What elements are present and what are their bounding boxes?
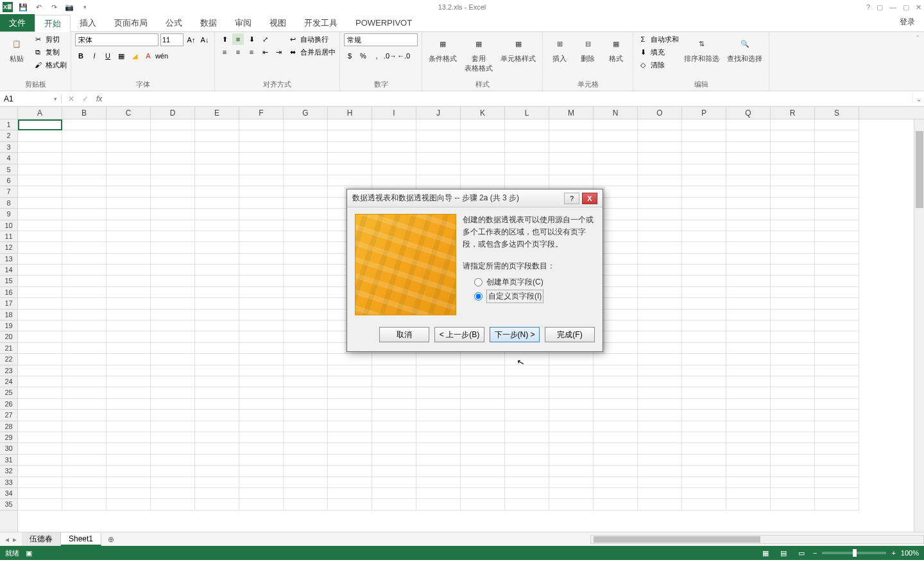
cell[interactable] <box>62 331 107 342</box>
cell[interactable] <box>151 175 195 186</box>
cell[interactable] <box>594 365 638 376</box>
view-normal-icon[interactable]: ▦ <box>759 548 772 558</box>
cell[interactable] <box>726 421 771 432</box>
zoom-level[interactable]: 100% <box>901 549 919 557</box>
cell[interactable] <box>771 421 815 432</box>
cell[interactable] <box>682 499 726 510</box>
cell[interactable] <box>284 265 328 276</box>
cell[interactable] <box>107 220 151 231</box>
cell[interactable] <box>107 343 151 354</box>
row-header[interactable]: 18 <box>0 310 17 320</box>
cell[interactable] <box>62 198 107 209</box>
cell[interactable] <box>328 354 372 365</box>
cell[interactable] <box>638 331 682 342</box>
wizard-help-button[interactable]: ? <box>564 193 579 204</box>
row-header[interactable]: 5 <box>0 164 17 175</box>
cell[interactable] <box>284 477 328 488</box>
row-header[interactable]: 25 <box>0 387 17 398</box>
cell[interactable] <box>239 142 284 153</box>
cell[interactable] <box>18 455 62 466</box>
cell[interactable] <box>239 399 284 410</box>
cell[interactable] <box>284 310 328 320</box>
cell[interactable] <box>638 164 682 175</box>
cell[interactable] <box>638 477 682 488</box>
row-header[interactable]: 27 <box>0 410 17 421</box>
cell[interactable] <box>372 455 416 466</box>
sheet-nav[interactable]: ◂▸ <box>0 535 22 544</box>
cell[interactable] <box>771 399 815 410</box>
cell[interactable] <box>372 443 416 454</box>
cell[interactable] <box>18 499 62 510</box>
cell[interactable] <box>771 432 815 443</box>
cell[interactable] <box>18 231 62 242</box>
cell[interactable] <box>771 287 815 298</box>
cell[interactable] <box>815 298 859 309</box>
cell[interactable] <box>195 153 239 164</box>
cell[interactable] <box>461 354 505 365</box>
cell[interactable] <box>151 231 195 242</box>
cell[interactable] <box>18 331 62 342</box>
cell[interactable] <box>107 153 151 164</box>
cell[interactable] <box>815 399 859 410</box>
cell[interactable] <box>682 477 726 488</box>
cell[interactable] <box>638 265 682 276</box>
cell[interactable] <box>416 387 461 398</box>
tab-formulas[interactable]: 公式 <box>157 14 191 31</box>
col-header-S[interactable]: S <box>815 107 859 119</box>
cell[interactable] <box>195 331 239 342</box>
name-box-dropdown-icon[interactable]: ▾ <box>54 96 57 102</box>
cell[interactable] <box>239 443 284 454</box>
row-header[interactable]: 9 <box>0 209 17 220</box>
cell[interactable] <box>372 354 416 365</box>
next-button[interactable]: 下一步(N) > <box>490 327 540 342</box>
cell[interactable] <box>505 164 549 175</box>
cell[interactable] <box>549 153 594 164</box>
cell[interactable] <box>284 231 328 242</box>
cell[interactable] <box>151 410 195 421</box>
row-header[interactable]: 22 <box>0 354 17 365</box>
collapse-ribbon-icon[interactable]: ˆ <box>911 32 924 91</box>
row-header[interactable]: 30 <box>0 443 17 454</box>
paste-button[interactable]: 📋 粘贴 <box>4 33 30 65</box>
indent-dec-icon[interactable]: ⇤ <box>259 46 271 58</box>
cell[interactable] <box>638 432 682 443</box>
cell[interactable] <box>726 254 771 265</box>
cell[interactable] <box>682 410 726 421</box>
cell[interactable] <box>815 287 859 298</box>
cell[interactable] <box>18 399 62 410</box>
cell[interactable] <box>18 354 62 365</box>
align-center-icon[interactable]: ≡ <box>232 46 244 58</box>
cell[interactable] <box>62 119 107 130</box>
tab-powerpivot[interactable]: POWERPIVOT <box>346 14 421 31</box>
cell[interactable] <box>771 387 815 398</box>
cell[interactable] <box>638 186 682 197</box>
cell[interactable] <box>372 153 416 164</box>
cell[interactable] <box>62 466 107 477</box>
cell[interactable] <box>151 466 195 477</box>
cell[interactable] <box>18 320 62 331</box>
cell[interactable] <box>151 209 195 220</box>
fill-color-icon[interactable]: ◢ <box>129 50 141 62</box>
cell[interactable] <box>726 153 771 164</box>
cell[interactable] <box>107 265 151 276</box>
cell[interactable] <box>815 310 859 320</box>
cell[interactable] <box>328 477 372 488</box>
cell[interactable] <box>416 499 461 510</box>
cell[interactable] <box>239 387 284 398</box>
wrap-label[interactable]: 自动换行 <box>300 35 329 44</box>
cell[interactable] <box>372 164 416 175</box>
cell[interactable] <box>284 198 328 209</box>
cell[interactable] <box>372 142 416 153</box>
cell[interactable] <box>107 466 151 477</box>
cell[interactable] <box>151 142 195 153</box>
tab-review[interactable]: 审阅 <box>226 14 261 31</box>
row-header[interactable]: 31 <box>0 455 17 466</box>
cell[interactable] <box>239 466 284 477</box>
close-icon[interactable]: ✕ <box>916 3 921 12</box>
cell[interactable] <box>372 365 416 376</box>
cell[interactable] <box>151 387 195 398</box>
tab-page-layout[interactable]: 页面布局 <box>105 14 157 31</box>
format-painter-icon[interactable]: 🖌 <box>32 59 44 71</box>
tab-insert[interactable]: 插入 <box>71 14 105 31</box>
cell[interactable] <box>815 387 859 398</box>
